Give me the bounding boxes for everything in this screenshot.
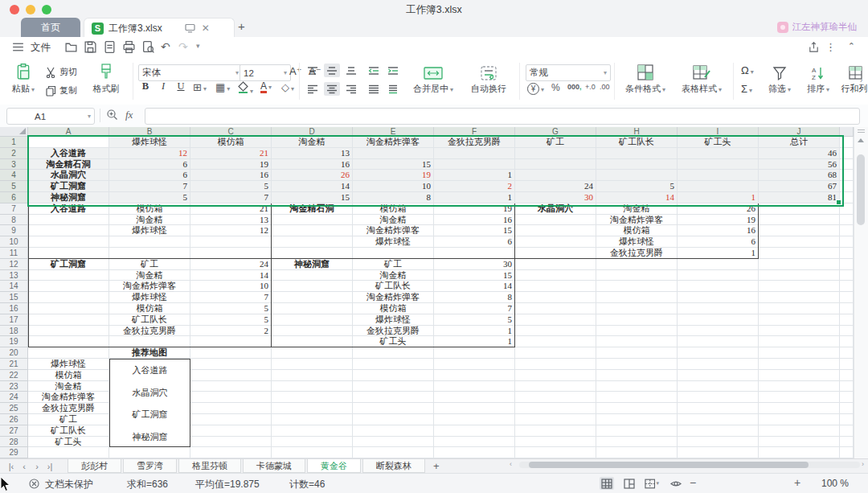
close-tab-icon[interactable]: ✕: [202, 23, 210, 34]
column-header-E[interactable]: E: [353, 127, 434, 137]
cell-B7[interactable]: 模仿箱: [109, 203, 190, 215]
cell-E21[interactable]: [353, 359, 434, 370]
cell-H17[interactable]: [596, 314, 678, 326]
align-right-icon[interactable]: [343, 82, 359, 96]
cell-G1[interactable]: 矿工: [515, 137, 596, 148]
cell-I6[interactable]: 1: [678, 192, 759, 203]
cell-C6[interactable]: 7: [190, 192, 272, 203]
cell-A15[interactable]: [28, 292, 109, 303]
cell-D29[interactable]: [272, 447, 353, 458]
cell-J23[interactable]: [759, 381, 840, 392]
borders-icon[interactable]: ⊞▾: [193, 81, 207, 93]
column-header-F[interactable]: F: [434, 127, 515, 137]
cell-G27[interactable]: [515, 425, 596, 437]
cell-D21[interactable]: [272, 359, 353, 370]
cell-E27[interactable]: [353, 425, 434, 437]
cell-A10[interactable]: [28, 236, 109, 248]
print-icon[interactable]: [122, 40, 137, 55]
cell-J18[interactable]: [759, 326, 840, 337]
row-header-18[interactable]: 18: [0, 326, 28, 337]
cell-F13[interactable]: 15: [434, 270, 515, 281]
cell-D27[interactable]: [272, 425, 353, 437]
cell-G28[interactable]: [515, 437, 596, 448]
font-size-select[interactable]: 12▾: [240, 64, 291, 81]
align-middle-icon[interactable]: [324, 64, 340, 77]
hscroll-left-icon[interactable]: ‹: [510, 460, 512, 468]
cell-H8[interactable]: 淘金精炸弹客: [596, 215, 678, 226]
autosum-button[interactable]: Σ▾: [741, 83, 752, 95]
cell-F1[interactable]: 金狄拉克男爵: [434, 137, 515, 148]
hscroll-right-icon[interactable]: ›: [862, 460, 864, 468]
print-preview-icon[interactable]: [141, 40, 156, 55]
cell-D6[interactable]: 15: [272, 192, 353, 203]
cell-B29[interactable]: [109, 447, 190, 458]
merge-center-button[interactable]: 合并居中▾: [406, 61, 461, 95]
cell-J12[interactable]: [759, 259, 840, 270]
cell-G26[interactable]: [515, 414, 596, 425]
cell-D19[interactable]: [272, 336, 353, 347]
cell-F22[interactable]: [434, 370, 515, 381]
cell-F29[interactable]: [434, 447, 515, 458]
cell-F15[interactable]: 8: [434, 292, 515, 303]
fx-icon[interactable]: fx: [125, 109, 133, 121]
more-options-icon[interactable]: ⋮: [825, 41, 836, 53]
row-header-1[interactable]: 1: [0, 137, 28, 148]
cell-A27[interactable]: 矿工队长: [28, 425, 109, 437]
select-all-corner[interactable]: [0, 127, 28, 137]
cell-C15[interactable]: 7: [190, 292, 272, 303]
cell-I20[interactable]: [678, 347, 759, 359]
cell-D13[interactable]: [272, 270, 353, 281]
cell-I8[interactable]: 19: [678, 215, 759, 226]
cell-G19[interactable]: [515, 336, 596, 347]
cell-E3[interactable]: 15: [353, 159, 434, 170]
cell-H23[interactable]: [596, 381, 678, 392]
cell-J2[interactable]: 46: [759, 148, 840, 159]
column-header-A[interactable]: A: [28, 127, 109, 137]
increase-indent-icon[interactable]: [385, 64, 401, 77]
cell-C27[interactable]: [190, 425, 272, 437]
cell-A24[interactable]: 淘金精炸弹客: [28, 392, 109, 403]
cell-D1[interactable]: 淘金精: [272, 137, 353, 148]
cell-I27[interactable]: [678, 425, 759, 437]
sort-button[interactable]: AZ 排序▾: [800, 61, 836, 95]
cell-F2[interactable]: [434, 148, 515, 159]
cell-G4[interactable]: [515, 170, 596, 181]
cell-J1[interactable]: 总计: [759, 137, 840, 148]
cell-I10[interactable]: 6: [678, 236, 759, 248]
cell-G16[interactable]: [515, 303, 596, 314]
cell-I14[interactable]: [678, 281, 759, 292]
row-header-25[interactable]: 25: [0, 403, 28, 414]
cell-I21[interactable]: [678, 359, 759, 370]
redo-icon[interactable]: ↷: [178, 40, 188, 53]
font-name-select[interactable]: 宋体▾: [138, 64, 243, 81]
prev-sheet-icon[interactable]: ‹: [18, 462, 31, 471]
export-pdf-icon[interactable]: [103, 40, 117, 55]
row-header-4[interactable]: 4: [0, 170, 28, 181]
row-header-2[interactable]: 2: [0, 148, 28, 159]
format-button[interactable]: 行和列▾: [839, 61, 868, 95]
cell-H13[interactable]: [596, 270, 678, 281]
cell-F16[interactable]: 7: [434, 303, 515, 314]
thousands-format-icon[interactable]: 000,: [567, 83, 582, 91]
cell-D9[interactable]: [272, 225, 353, 236]
cell-F21[interactable]: [434, 359, 515, 370]
cell-H29[interactable]: [596, 447, 678, 458]
cell-A1[interactable]: [28, 137, 109, 148]
cell-J15[interactable]: [759, 292, 840, 303]
row-header-3[interactable]: 3: [0, 159, 28, 170]
format-painter-button[interactable]: 格式刷: [87, 61, 125, 95]
file-menu[interactable]: 文件: [31, 41, 51, 55]
cut-button[interactable]: 剪切: [45, 66, 77, 78]
cell-J4[interactable]: 68: [759, 170, 840, 181]
cell-D15[interactable]: [272, 292, 353, 303]
vertical-scrollbar[interactable]: [854, 127, 868, 458]
cell-F25[interactable]: [434, 403, 515, 414]
cell-B17[interactable]: 矿工队长: [109, 314, 190, 326]
open-icon[interactable]: [64, 40, 79, 55]
cell-I17[interactable]: [678, 314, 759, 326]
row-header-22[interactable]: 22: [0, 370, 28, 381]
zoom-out-icon[interactable]: −: [690, 476, 696, 489]
cell-F14[interactable]: 14: [434, 281, 515, 292]
add-sheet-button[interactable]: +: [433, 460, 440, 472]
cell-E8[interactable]: 淘金精: [353, 215, 434, 226]
